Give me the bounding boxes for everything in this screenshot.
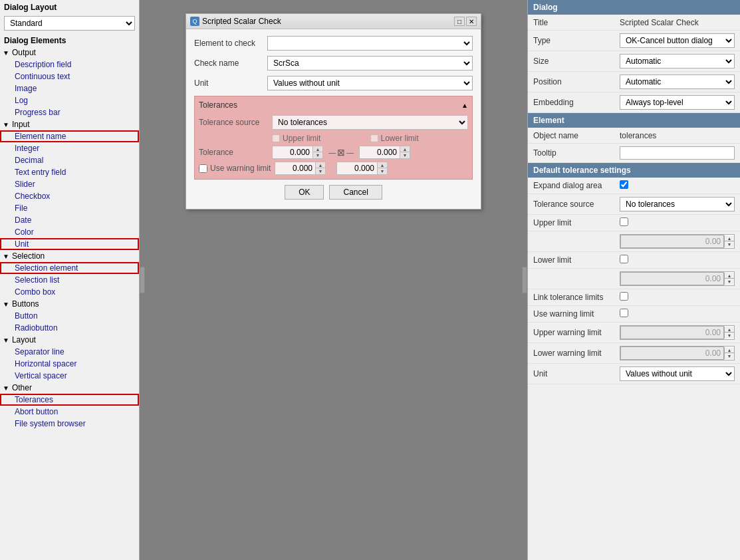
right-upper-limit-checkbox[interactable]	[620, 217, 628, 226]
group-buttons-label: Buttons	[12, 299, 39, 309]
group-other[interactable]: ▼ Other	[0, 382, 139, 394]
check-name-select[interactable]: ScrSca	[267, 56, 473, 70]
upper-tolerance-down[interactable]: ▼	[313, 152, 322, 158]
right-position-select[interactable]: Automatic Top-left Centered	[620, 74, 735, 89]
drag-handle-right[interactable]	[522, 267, 527, 293]
right-expand-dialog-checkbox[interactable]	[620, 180, 628, 189]
item-abort-button[interactable]: Abort button	[0, 406, 139, 418]
cancel-button[interactable]: Cancel	[329, 185, 382, 200]
warning-checkbox[interactable]	[199, 164, 207, 173]
item-integer[interactable]: Integer	[0, 142, 139, 154]
right-panel: Dialog Title Scripted Scalar Check Type …	[527, 0, 740, 560]
drag-handle-left[interactable]	[140, 267, 145, 293]
item-color[interactable]: Color	[0, 226, 139, 238]
arrow-layout: ▼	[3, 337, 9, 344]
right-lower-limit-up[interactable]: ▲	[725, 273, 734, 279]
group-layout[interactable]: ▼ Layout	[0, 334, 139, 346]
tolerances-collapse-button[interactable]: ▲	[461, 102, 468, 109]
right-tolerance-source-select[interactable]: No tolerances Fixed tolerances Variable …	[620, 197, 735, 211]
item-radiobutton[interactable]: Radiobutton	[0, 322, 139, 334]
right-type-select[interactable]: OK-Cancel button dialog OK button dialog…	[620, 33, 735, 48]
right-link-tolerance-checkbox[interactable]	[620, 292, 628, 301]
dialog-footer: OK Cancel	[194, 180, 473, 202]
right-embedding-select[interactable]: Always top-level Embedded Floating	[620, 95, 735, 110]
lower-limit-checkbox[interactable]	[370, 134, 378, 142]
warning-upper-up[interactable]: ▲	[316, 162, 325, 168]
item-checkbox[interactable]: Checkbox	[0, 190, 139, 202]
right-lower-warning-down[interactable]: ▼	[725, 353, 734, 359]
right-expand-dialog-label: Expand dialog area	[533, 181, 620, 190]
item-continuous-text[interactable]: Continuous text	[0, 70, 139, 82]
dialog-close-button[interactable]: ✕	[466, 17, 477, 26]
dialog-maximize-button[interactable]: □	[454, 17, 465, 26]
lower-tolerance-spinbox: ▲ ▼	[359, 146, 410, 159]
right-lower-warning-label: Lower warning limit	[533, 349, 620, 358]
item-selection-element[interactable]: Selection element	[0, 262, 139, 274]
warning-upper-input[interactable]	[275, 162, 315, 174]
item-element-name[interactable]: Element name	[0, 130, 139, 142]
lower-tolerance-up[interactable]: ▲	[400, 146, 410, 152]
element-to-check-select[interactable]	[267, 36, 473, 51]
right-type-row: Type OK-Cancel button dialog OK button d…	[528, 31, 740, 51]
right-link-tolerance-control	[620, 292, 735, 303]
right-upper-warning-down[interactable]: ▼	[725, 333, 734, 339]
item-vertical-spacer[interactable]: Vertical spacer	[0, 370, 139, 382]
right-size-select[interactable]: Automatic Fixed Minimum	[620, 54, 735, 69]
right-tooltip-input[interactable]	[620, 146, 735, 160]
right-upper-limit-input[interactable]	[620, 235, 724, 248]
warning-upper-down[interactable]: ▼	[316, 168, 325, 174]
right-upper-limit-control	[620, 217, 735, 228]
item-file[interactable]: File	[0, 202, 139, 214]
item-image[interactable]: Image	[0, 82, 139, 94]
right-lower-warning-input[interactable]	[620, 347, 724, 360]
tolerance-source-select[interactable]: No tolerances	[272, 115, 468, 130]
item-button[interactable]: Button	[0, 310, 139, 322]
upper-limit-checkbox[interactable]	[272, 134, 280, 142]
dialog-section-header: Dialog	[528, 0, 740, 15]
right-upper-limit-down[interactable]: ▼	[725, 241, 734, 247]
right-unit-select[interactable]: Values without unit mm cm m inch	[620, 366, 735, 381]
right-upper-limit-spinbox-control: ▲ ▼	[620, 234, 735, 249]
lower-tolerance-input[interactable]	[360, 146, 400, 158]
item-log[interactable]: Log	[0, 94, 139, 106]
dialog-layout-select[interactable]: Standard	[4, 16, 135, 31]
item-combo-box[interactable]: Combo box	[0, 286, 139, 298]
warning-lower-up[interactable]: ▲	[378, 162, 387, 168]
right-upper-limit-up[interactable]: ▲	[725, 235, 734, 241]
right-lower-limit-row: Lower limit	[528, 252, 740, 269]
unit-select[interactable]: Values without unit	[267, 76, 473, 90]
tol-limits-row: Upper limit Lower limit	[199, 134, 468, 143]
group-input[interactable]: ▼ Input	[0, 118, 139, 130]
right-use-warning-checkbox[interactable]	[620, 309, 628, 317]
group-output[interactable]: ▼ Output	[0, 47, 139, 59]
group-buttons[interactable]: ▼ Buttons	[0, 298, 139, 310]
upper-tolerance-up[interactable]: ▲	[313, 146, 322, 152]
item-horizontal-spacer[interactable]: Horizontal spacer	[0, 358, 139, 370]
warning-lower-down[interactable]: ▼	[378, 168, 387, 174]
right-embedding-label: Embedding	[533, 98, 620, 107]
group-selection[interactable]: ▼ Selection	[0, 250, 139, 262]
upper-tolerance-input[interactable]	[273, 146, 312, 158]
item-selection-list[interactable]: Selection list	[0, 274, 139, 286]
right-lower-limit-down[interactable]: ▼	[725, 279, 734, 285]
right-lower-limit-checkbox[interactable]	[620, 255, 628, 263]
item-tolerances[interactable]: Tolerances	[0, 394, 139, 406]
item-separator-line[interactable]: Separator line	[0, 346, 139, 358]
right-embedding-control: Always top-level Embedded Floating	[620, 95, 735, 110]
right-lower-limit-input[interactable]	[620, 272, 724, 285]
right-lower-warning-up[interactable]: ▲	[725, 347, 734, 353]
item-unit[interactable]: Unit	[0, 238, 139, 250]
item-description-field[interactable]: Description field	[0, 59, 139, 70]
item-slider[interactable]: Slider	[0, 178, 139, 190]
right-upper-warning-up[interactable]: ▲	[725, 327, 734, 333]
ok-button[interactable]: OK	[285, 185, 324, 200]
item-file-system-browser[interactable]: File system browser	[0, 418, 139, 430]
item-date[interactable]: Date	[0, 214, 139, 226]
lower-tolerance-down[interactable]: ▼	[400, 152, 410, 158]
right-expand-dialog-control	[620, 180, 735, 191]
item-decimal[interactable]: Decimal	[0, 154, 139, 166]
warning-lower-input[interactable]	[337, 162, 377, 174]
item-progress-bar[interactable]: Progress bar	[0, 106, 139, 118]
item-text-entry-field[interactable]: Text entry field	[0, 166, 139, 178]
right-upper-warning-input[interactable]	[620, 326, 724, 339]
